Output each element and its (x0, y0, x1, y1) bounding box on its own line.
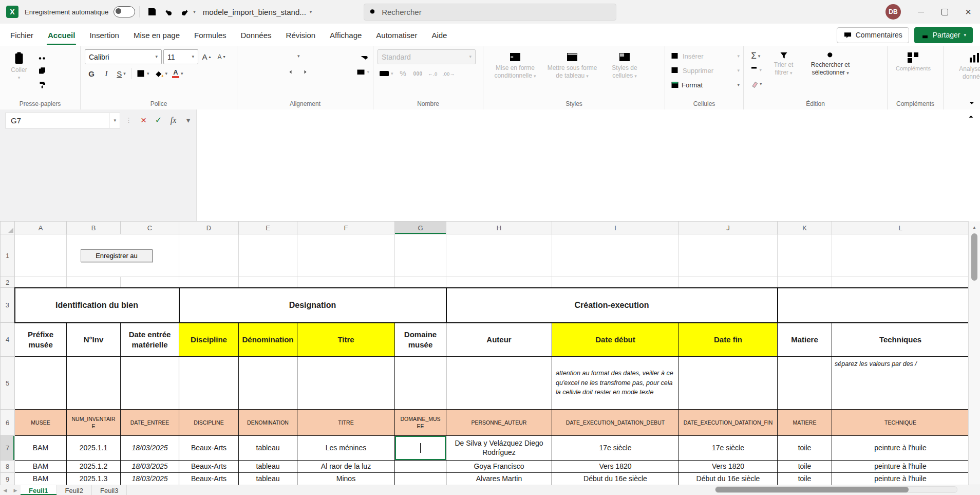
cell-D2[interactable] (179, 277, 239, 288)
comments-button[interactable]: Commentaires (837, 27, 909, 43)
cell-A1[interactable] (15, 234, 67, 277)
col-header-A[interactable]: A (15, 222, 67, 234)
format-painter-button[interactable] (35, 78, 49, 91)
field-matiere[interactable]: MATIERE (778, 410, 832, 436)
section-identification[interactable]: Identification du bien (15, 288, 179, 323)
cell-G1[interactable] (395, 234, 446, 277)
dialog-launcher-icon[interactable] (365, 101, 370, 107)
cell-G7-selected[interactable] (395, 436, 446, 461)
header-auteur[interactable]: Auteur (446, 323, 552, 357)
cell-D8[interactable]: Beaux-Arts (179, 461, 239, 473)
cell-H7[interactable]: De Silva y Velázquez Diego Rodríguez (446, 436, 552, 461)
cell-H5[interactable] (446, 357, 552, 410)
cell-A8[interactable]: BAM (15, 461, 67, 473)
field-technique[interactable]: TECHNIQUE (832, 410, 969, 436)
cell-B2[interactable] (67, 277, 121, 288)
cell-C9[interactable]: 18/03/2025 (121, 473, 179, 486)
cell-E8[interactable]: tableau (239, 461, 297, 473)
cell-J1[interactable] (679, 234, 778, 277)
cell-H1[interactable] (446, 234, 552, 277)
vertical-scrollbar[interactable]: ▲ (968, 221, 980, 485)
decrease-font-size-button[interactable]: A▾ (215, 50, 228, 64)
field-num-inventaire[interactable]: NUM_INVENTAIRE (67, 410, 121, 436)
bold-button[interactable]: G (85, 67, 98, 80)
percent-style-button[interactable]: % (397, 67, 410, 80)
sort-filter-button[interactable]: Trier et filtrer▾ (765, 49, 802, 79)
field-date-execution-fin[interactable]: DATE_EXECUTION_DATATION_FIN (679, 410, 778, 436)
cell-I1[interactable] (552, 234, 679, 277)
header-domaine-musee[interactable]: Domaine musée (395, 323, 446, 357)
note-technique[interactable]: séparez les valeurs par des / (832, 357, 969, 410)
cell-E1[interactable] (239, 234, 297, 277)
sheet-nav-next-icon[interactable]: ▶ (10, 485, 21, 495)
row-header-4[interactable]: 4 (1, 323, 15, 357)
tab-donnees[interactable]: Données (234, 24, 279, 46)
cell-J8[interactable]: Vers 1820 (679, 461, 778, 473)
col-header-I[interactable]: I (552, 222, 679, 234)
fill-button[interactable]: ▾ (748, 63, 764, 77)
col-header-E[interactable]: E (239, 222, 297, 234)
cell-styles-button[interactable]: Styles de cellules▾ (601, 49, 648, 82)
collapse-formula-bar-icon[interactable] (968, 115, 974, 118)
header-matiere[interactable]: Matiere (778, 323, 832, 357)
row-header-1[interactable]: 1 (1, 234, 15, 277)
cell-D9[interactable]: Beaux-Arts (179, 473, 239, 486)
save-button[interactable] (144, 4, 160, 20)
cell-L2[interactable] (832, 277, 969, 288)
close-button[interactable]: × (956, 0, 980, 24)
redo-button[interactable] (177, 4, 193, 20)
field-denomination[interactable]: DENOMINATION (239, 410, 297, 436)
col-header-L[interactable]: L (832, 222, 969, 234)
cell-A5[interactable] (15, 357, 67, 410)
cell-B5[interactable] (67, 357, 121, 410)
field-titre[interactable]: TITRE (297, 410, 395, 436)
cell-A2[interactable] (15, 277, 67, 288)
accounting-format-button[interactable]: ▾ (378, 67, 395, 80)
horizontal-scrollbar[interactable] (715, 486, 957, 493)
cell-F1[interactable] (297, 234, 395, 277)
cut-button[interactable] (35, 49, 49, 63)
row-header-5[interactable]: 5 (1, 357, 15, 410)
name-box[interactable]: G7 ▾ (5, 113, 120, 129)
sheet-tab-feuil1[interactable]: Feuil1 (21, 485, 57, 495)
insert-cells-button[interactable]: Insérer▾ (669, 49, 741, 63)
header-date-fin[interactable]: Date fin (679, 323, 778, 357)
increase-decimal-button[interactable]: ←.0 (426, 67, 440, 80)
orientation-button[interactable]: ▾ (286, 49, 301, 63)
select-all-corner[interactable] (1, 222, 15, 234)
cell-D5[interactable] (179, 357, 239, 410)
formula-input[interactable] (196, 109, 980, 221)
format-as-table-button[interactable]: Mettre sous forme de tableau▾ (544, 49, 600, 82)
cell-C8[interactable]: 18/03/2025 (121, 461, 179, 473)
section-empty[interactable] (778, 288, 969, 323)
header-techniques[interactable]: Techniques (832, 323, 969, 357)
cell-L7[interactable]: peinture à l'huile (832, 436, 969, 461)
cell-K2[interactable] (778, 277, 832, 288)
row-header-6[interactable]: 6 (1, 410, 15, 436)
document-title[interactable]: modele_import_biens_stand... ▾ (203, 8, 312, 16)
increase-font-size-button[interactable]: A▴ (200, 50, 213, 64)
conditional-formatting-button[interactable]: Mise en forme conditionnelle▾ (487, 49, 543, 82)
cell-F9[interactable]: Minos (297, 473, 395, 486)
borders-button[interactable]: ▾ (135, 67, 151, 80)
clear-button[interactable]: ▾ (748, 77, 764, 90)
cell-A7[interactable]: BAM (15, 436, 67, 461)
align-center-button[interactable] (256, 65, 270, 79)
align-right-button[interactable] (271, 65, 285, 79)
analyze-data-button[interactable]: Analyse de données (948, 49, 980, 83)
sheet-tab-feuil3[interactable]: Feuil3 (92, 485, 127, 495)
italic-button[interactable]: I (100, 67, 113, 80)
cancel-entry-button[interactable]: × (137, 113, 150, 127)
tab-mise-en-page[interactable]: Mise en page (126, 24, 187, 46)
col-header-C[interactable]: C (121, 222, 179, 234)
cell-E2[interactable] (239, 277, 297, 288)
field-date-execution-debut[interactable]: DATE_EXECUTION_DATATION_DEBUT (552, 410, 679, 436)
cell-F5[interactable] (297, 357, 395, 410)
cell-L1[interactable] (832, 234, 969, 277)
font-name-combo[interactable]: Calibri▾ (85, 49, 162, 64)
cell-C5[interactable] (121, 357, 179, 410)
cell-J9[interactable]: Début du 16e siècle (679, 473, 778, 486)
cell-B1[interactable]: Enregistrer au (67, 234, 179, 277)
search-box[interactable] (364, 4, 616, 21)
header-date-entree[interactable]: Date entrée matérielle (121, 323, 179, 357)
